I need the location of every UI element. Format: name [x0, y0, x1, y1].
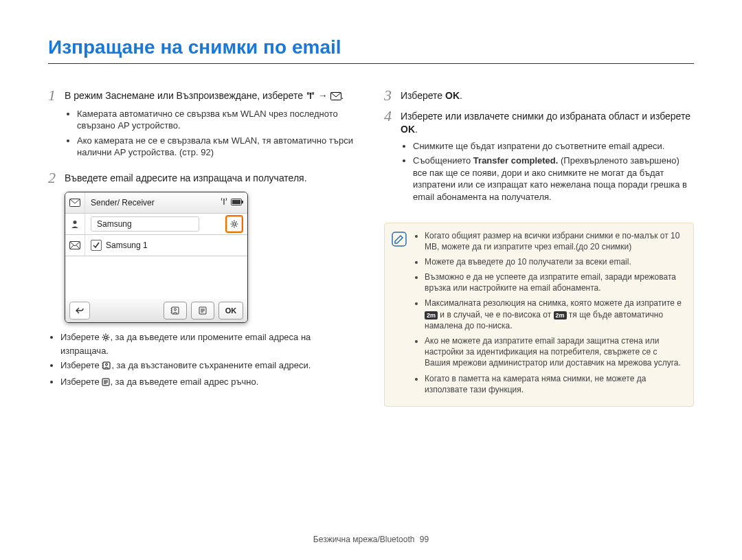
- svg-point-4: [223, 199, 225, 200]
- step-4-ok: OK: [401, 124, 415, 135]
- left-column: 1 В режим Заснемане или Възпроизвеждане,…: [48, 87, 358, 407]
- step-2-number: 2: [48, 170, 65, 186]
- svg-point-0: [310, 92, 312, 94]
- info-note-5: Ако не можете да изпратите email заради …: [425, 335, 685, 369]
- header-mail-icon: [65, 192, 85, 213]
- step-3-ok: OK: [445, 90, 460, 101]
- info-note-1: Когато общият размер на всички избрани с…: [425, 230, 685, 252]
- camera-screenshot: Sender/ Receiver Sam: [65, 192, 248, 323]
- addressbook-button[interactable]: [164, 302, 187, 320]
- step-4-text-a: Изберете или извлачете снимки до избрана…: [401, 111, 690, 122]
- notepad-icon: [102, 377, 110, 390]
- checkbox-icon[interactable]: [91, 240, 102, 251]
- gear-icon: [102, 333, 110, 345]
- step-4-number: 4: [384, 108, 401, 210]
- page-footer: Безжична мрежа/Bluetooth 99: [0, 534, 742, 545]
- svg-point-39: [106, 363, 108, 366]
- back-button[interactable]: [69, 302, 90, 320]
- info-note-4: Максималната резолюция на снимка, която …: [425, 298, 685, 331]
- step-2-text: Въведете email адресите на изпращача и п…: [65, 172, 358, 185]
- svg-rect-7: [242, 201, 243, 203]
- info-note-6: Когато в паметта на камерата няма снимки…: [425, 373, 685, 395]
- person-icon: [65, 214, 85, 234]
- sender-field[interactable]: Samsung: [91, 216, 199, 232]
- envelope-icon: [65, 235, 85, 256]
- step-1-bullet-2: Ако камерата не се е свързвала към WLAN,…: [77, 135, 358, 159]
- step-1-text-a: В режим Заснемане или Възпроизвеждане, и…: [65, 90, 303, 101]
- step-3: 3 Изберете OK.: [384, 87, 694, 104]
- antenna-icon: [306, 91, 315, 104]
- resolution-badge-1: 2m: [425, 311, 438, 320]
- svg-point-29: [104, 336, 107, 339]
- camera-header-text: Sender/ Receiver: [85, 197, 220, 208]
- settings-button[interactable]: [225, 215, 243, 233]
- page-title: Изпращане на снимки по email: [48, 34, 694, 64]
- info-note-2: Можете да въведете до 10 получатели за в…: [425, 256, 685, 267]
- ok-button[interactable]: OK: [218, 302, 243, 320]
- step-2-bullet-2: Изберете , за да възстановите съхраненит…: [60, 359, 358, 373]
- footer-section: Безжична мрежа/Bluetooth: [313, 535, 415, 544]
- info-note-3: Възможно е да не успеете да изпратите em…: [425, 271, 685, 293]
- email-icon: [330, 91, 341, 104]
- step-3-number: 3: [384, 87, 401, 104]
- svg-line-35: [108, 339, 109, 339]
- step-4-bullet-2: Съобщението Transfer completed. (Прехвър…: [413, 155, 694, 203]
- resolution-badge-2: 2m: [554, 311, 567, 320]
- signal-icon: [220, 197, 228, 208]
- step-3-text-a: Изберете: [401, 90, 445, 101]
- step-1: 1 В режим Заснемане или Възпроизвеждане,…: [48, 87, 358, 166]
- svg-line-36: [108, 335, 109, 335]
- step-1-text-c: .: [341, 90, 344, 101]
- receiver-field[interactable]: Samsung 1: [106, 240, 148, 251]
- footer-page-number: 99: [420, 535, 429, 544]
- step-4-text-b: .: [415, 124, 418, 135]
- svg-line-37: [104, 339, 104, 339]
- svg-rect-8: [232, 200, 240, 204]
- step-3-text-b: .: [460, 90, 462, 101]
- addressbook-icon: [102, 361, 111, 373]
- svg-rect-47: [392, 232, 406, 246]
- info-icon: [392, 232, 409, 399]
- step-1-number: 1: [48, 87, 65, 166]
- svg-line-34: [104, 335, 104, 335]
- step-1-arrow: →: [318, 90, 330, 101]
- svg-point-10: [233, 223, 236, 225]
- svg-line-15: [232, 221, 232, 222]
- step-1-bullet-1: Камерата автоматично се свързва към WLAN…: [77, 108, 358, 132]
- svg-point-9: [74, 221, 77, 224]
- step-2-bullet-3: Изберете , за да въведете email адрес ръ…: [60, 376, 358, 390]
- info-note-box: Когато общият размер на всички избрани с…: [384, 223, 694, 407]
- step-4: 4 Изберете или извлачете снимки до избра…: [384, 108, 694, 210]
- step-2-bullet-1: Изберете , за да въведете или промените …: [60, 331, 358, 357]
- svg-line-17: [236, 221, 236, 222]
- step-4-bullet-1: Снимките ще бъдат изпратени до съответни…: [413, 140, 694, 153]
- step-2: 2 Въведете email адресите на изпращача и…: [48, 170, 358, 186]
- notepad-button[interactable]: [191, 302, 214, 320]
- battery-icon: [231, 197, 243, 208]
- svg-line-18: [232, 225, 232, 226]
- svg-point-21: [175, 309, 177, 311]
- svg-line-16: [236, 225, 236, 226]
- right-column: 3 Изберете OK. 4 Изберете или извлачете …: [384, 87, 694, 407]
